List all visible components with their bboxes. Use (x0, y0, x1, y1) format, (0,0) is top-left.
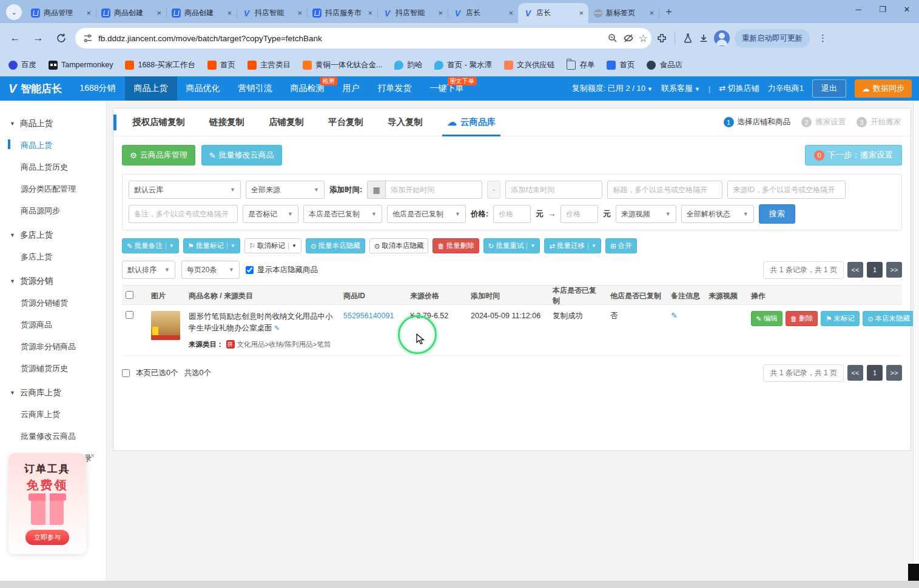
tab-import-copy[interactable]: 导入复制 (375, 109, 435, 136)
tab-close-icon[interactable]: × (85, 8, 92, 18)
batch-hide-button[interactable]: ⊙批量本店隐藏 (306, 238, 365, 253)
sidebar-item-category-match[interactable]: 源分类匹配管理 (0, 178, 106, 200)
tab-shop-copy[interactable]: 店铺复制 (257, 109, 316, 136)
sidebar-item-cloud-upload[interactable]: 云商库上货 (0, 404, 106, 426)
bookmark-item[interactable]: 1688-买家工作台 (125, 60, 195, 70)
row-checkbox[interactable] (126, 311, 133, 319)
maximize-button[interactable]: ❒ (870, 0, 895, 18)
nav-item-one-click-order[interactable]: 一键下单 密文下单 (421, 76, 473, 101)
tab-close-icon[interactable]: × (437, 8, 444, 18)
tab-close-icon[interactable]: × (366, 8, 374, 18)
prev-page-button[interactable]: << (847, 262, 863, 278)
page-number-button[interactable]: 1 (867, 365, 883, 381)
quota-dropdown[interactable]: 复制额度: 已用 2 / 10▼ (572, 83, 653, 94)
bookmark-item[interactable]: 主营类目 (247, 60, 291, 70)
chrome-menu-icon[interactable]: ⋮ (815, 33, 832, 44)
tab-search-button[interactable]: ⌄ (6, 4, 22, 20)
promo-close-icon[interactable]: × (90, 451, 95, 460)
footer-select-all-checkbox[interactable] (122, 369, 130, 377)
browser-tab[interactable]: V 抖店智能 × (377, 3, 448, 23)
bookmark-item[interactable]: 首页 - 聚水潭 (434, 60, 492, 70)
prev-page-button[interactable]: << (847, 365, 863, 381)
bookmark-item[interactable]: 韵哈 (394, 60, 422, 70)
browser-tab[interactable]: 抖店服务市 × (307, 3, 377, 23)
cancel-mark-button[interactable]: ⚐取消标记▼ (244, 238, 301, 253)
edit-button[interactable]: ✎编辑 (751, 311, 783, 326)
reload-icon[interactable] (52, 29, 70, 47)
next-page-button[interactable]: >> (886, 365, 902, 381)
browser-tab[interactable]: 新标签页 × (588, 3, 659, 23)
sidebar-item-batch-edit-cloud[interactable]: 批量修改云商品 (0, 426, 106, 447)
bookmark-item[interactable]: 食品店 (647, 60, 682, 70)
new-tab-button[interactable]: ＋ (664, 4, 674, 18)
app-logo[interactable]: V 智能店长 (0, 82, 70, 96)
bookmark-item[interactable]: 首页 (207, 60, 235, 70)
switch-shop-button[interactable]: ⇄ 切换店铺 (719, 83, 759, 94)
page-number-button[interactable]: 1 (867, 262, 883, 278)
flask-icon[interactable] (682, 33, 693, 44)
address-bar[interactable]: fb.dddz.jiancent.com/move/batch/target?c… (75, 28, 651, 48)
nav-item-optimize[interactable]: 商品优化 (177, 76, 229, 101)
unmarked-button[interactable]: ⚑未标记 (821, 311, 860, 326)
parse-status-select[interactable]: 全部解析状态▼ (681, 205, 754, 223)
tab-close-icon[interactable]: × (577, 8, 585, 18)
sidebar-group-distribution[interactable]: ▼货源分销 (0, 270, 106, 292)
end-time-input[interactable] (505, 181, 602, 199)
tab-close-icon[interactable]: × (226, 8, 233, 18)
show-hidden-checkbox[interactable] (246, 266, 254, 274)
extensions-icon[interactable] (656, 33, 667, 44)
sidebar-item-source-sync[interactable]: 商品源同步 (0, 200, 106, 222)
page-size-select[interactable]: 每页20条▼ (181, 261, 240, 279)
nav-item-product-upload[interactable]: 商品上货 (125, 76, 177, 101)
source-video-select[interactable]: 来源视频▼ (616, 205, 676, 223)
site-info-icon[interactable] (82, 33, 93, 44)
cancel-hide-button[interactable]: ⊙取消本店隐藏 (369, 238, 429, 253)
bookmark-star-icon[interactable]: ☆ (639, 32, 648, 45)
batch-retry-button[interactable]: ↻批量重试▼ (483, 238, 540, 253)
batch-remark-button[interactable]: ✎批量备注▼ (122, 238, 179, 253)
back-icon[interactable]: ← (6, 29, 24, 47)
batch-mark-button[interactable]: ⚑批量标记▼ (183, 238, 240, 253)
search-button[interactable]: 搜索 (759, 204, 795, 224)
cloud-library-select[interactable]: 默认云库▼ (129, 181, 241, 199)
external-link-icon[interactable]: ✎ (274, 324, 280, 332)
bookmark-item[interactable]: 百度 (8, 60, 36, 70)
nav-item-1688[interactable]: 1688分销 (70, 76, 124, 101)
logout-button[interactable]: 退出 (812, 79, 846, 98)
close-button[interactable]: ✕ (895, 0, 919, 18)
batch-edit-cloud-button[interactable]: ✎批量修改云商品 (201, 145, 282, 165)
not-hidden-button[interactable]: ⊙本店未隐藏 (863, 311, 915, 326)
forward-icon[interactable]: → (29, 29, 47, 47)
start-time-input[interactable] (385, 181, 482, 199)
page-scrollbar[interactable] (913, 101, 919, 564)
sidebar-item-upload-history[interactable]: 商品上货历史 (0, 156, 106, 178)
tab-link-copy[interactable]: 链接复制 (197, 109, 257, 136)
tab-close-icon[interactable]: × (507, 8, 514, 18)
product-image[interactable] (151, 311, 180, 340)
browser-tab[interactable]: V 抖店智能 × (237, 3, 307, 23)
browser-tab-active[interactable]: V 店长 × (518, 3, 588, 23)
browser-tab[interactable]: 商品管理 × (25, 3, 96, 23)
next-page-button[interactable]: >> (886, 262, 902, 278)
product-title-link[interactable]: 圆形竹笔筒励志创意时尚收纳文化用品中小学生毕业礼物办公室桌面 ✎ (189, 311, 336, 334)
update-browser-button[interactable]: 重新启动即可更新 (735, 29, 810, 48)
tab-platform-copy[interactable]: 平台复制 (316, 109, 375, 136)
browser-tab[interactable]: 商品创建 × (166, 3, 237, 23)
sort-order-select[interactable]: 默认排序▼ (122, 261, 175, 279)
tab-close-icon[interactable]: × (648, 8, 655, 18)
nav-item-shipping[interactable]: 打单发货 (369, 76, 421, 101)
bookmark-item[interactable]: 文兴供应链 (504, 60, 555, 70)
contact-support-dropdown[interactable]: 联系客服▼ (661, 83, 700, 94)
self-copied-select[interactable]: 本店是否已复制▼ (303, 205, 382, 223)
other-copied-select[interactable]: 他店是否已复制▼ (387, 205, 466, 223)
promo-card[interactable]: × 订单工具 免费领 立即参与 (8, 453, 86, 554)
merge-button[interactable]: ⊞合并 (605, 238, 637, 253)
remark-input[interactable] (129, 205, 238, 223)
nav-item-marketing[interactable]: 营销引流 (229, 76, 281, 101)
sidebar-item-source-products[interactable]: 货源商品 (0, 314, 106, 336)
minimize-button[interactable]: ─ (846, 0, 870, 18)
price-max-input[interactable] (560, 205, 598, 223)
tab-close-icon[interactable]: × (155, 8, 163, 18)
nav-item-detect[interactable]: 商品检测 检测 (281, 76, 334, 101)
sidebar-group-multi-shop[interactable]: ▼多店上货 (0, 224, 106, 246)
